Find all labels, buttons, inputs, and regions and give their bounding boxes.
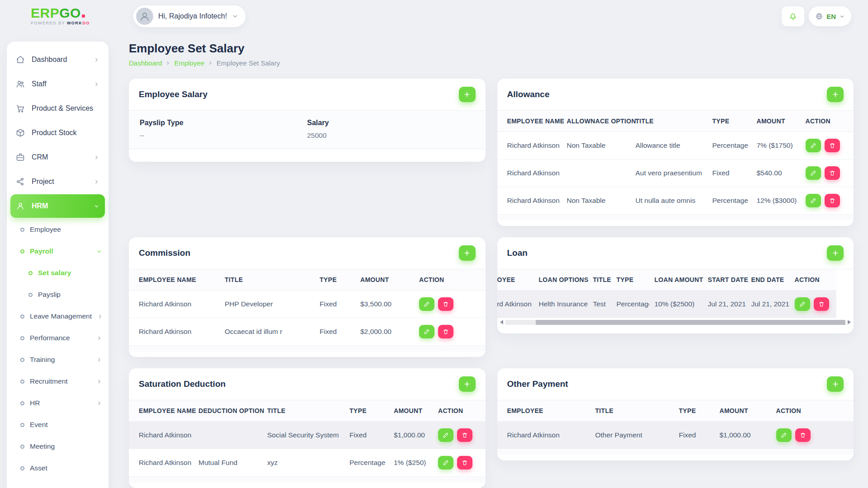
delete-button[interactable] — [825, 194, 840, 207]
sidebar-item-payslip[interactable]: Payslip — [7, 284, 108, 305]
scroll-left-arrow[interactable] — [500, 320, 503, 324]
column-header: TYPE — [674, 400, 714, 422]
saturation-deduction-table: EMPLOYEE NAME DEDUCTION OPTION TITLE TYP… — [129, 400, 486, 477]
add-allowance-button[interactable] — [827, 87, 844, 102]
sidebar-item-dashboard[interactable]: Dashboard — [10, 48, 105, 71]
sidebar-item-meeting[interactable]: Meeting — [7, 436, 108, 457]
sidebar-item-project[interactable]: Project — [10, 170, 105, 193]
edit-button[interactable] — [776, 428, 792, 442]
bullet-icon — [28, 293, 33, 297]
sidebar-item-employee[interactable]: Employee — [7, 219, 108, 240]
chevron-right-icon — [208, 61, 213, 66]
column-header: EMPLOYEE NAME — [129, 269, 219, 291]
brand-logo[interactable]: ERPGO Powered by WORKDO — [31, 6, 90, 25]
cell-type: Percentage — [707, 187, 751, 215]
cell-type: Fixed — [674, 422, 714, 449]
table-row: Richard Atkinson Non Taxable Ut nulla au… — [497, 187, 854, 215]
sidebar-item-label: Dashboard — [32, 56, 88, 64]
delete-button[interactable] — [457, 456, 472, 469]
salary-label: Salary — [307, 119, 474, 127]
column-header: ALLOWNACE OPTION — [561, 111, 630, 132]
language-selector[interactable]: EN — [809, 6, 851, 26]
breadcrumb-current: Employee Set Salary — [217, 59, 280, 67]
trash-icon — [800, 432, 806, 438]
column-header: EMPLOYEE — [497, 400, 590, 422]
loan-table-viewport[interactable]: EMPLOYEE LOAN OPTIONS TITLE TYPE LOAN AM… — [497, 269, 854, 318]
cell-amount: $1,000.00 — [388, 422, 433, 449]
edit-button[interactable] — [806, 194, 821, 207]
edit-button[interactable] — [438, 456, 453, 469]
tagline-prefix: Powered by — [31, 21, 65, 25]
edit-button[interactable] — [806, 166, 821, 180]
column-header: END DATE — [746, 269, 789, 291]
add-deduction-button[interactable] — [459, 376, 476, 392]
add-commission-button[interactable] — [459, 245, 476, 261]
sidebar-item-crm[interactable]: CRM — [10, 145, 105, 169]
plus-icon — [463, 380, 471, 388]
sidebar-item-event[interactable]: Event — [7, 414, 108, 436]
delete-button[interactable] — [457, 428, 472, 442]
cell-employee: Richard Atkinson — [497, 422, 590, 449]
cell-employee: Richard Atkinson — [129, 291, 219, 318]
sidebar-item-label: CRM — [32, 153, 88, 161]
other-payment-table: EMPLOYEE TITLE TYPE AMOUNT ACTION Richar… — [497, 400, 854, 449]
sidebar-item-product-services[interactable]: Product & Services — [10, 97, 105, 120]
column-header: TYPE — [611, 269, 649, 291]
column-header: TYPE — [707, 111, 751, 132]
scrollbar-track[interactable] — [505, 320, 846, 325]
column-header: TITLE — [590, 400, 674, 422]
cell-title: Ut nulla aute omnis — [630, 187, 707, 215]
cell-option — [193, 422, 262, 449]
scroll-right-arrow[interactable] — [848, 320, 851, 324]
edit-button[interactable] — [795, 297, 810, 311]
pencil-icon — [810, 170, 816, 176]
sidebar-item-staff[interactable]: Staff — [10, 72, 105, 96]
sidebar-item-training[interactable]: Training — [7, 349, 108, 371]
delete-button[interactable] — [825, 166, 840, 180]
delete-button[interactable] — [438, 297, 453, 311]
trash-icon — [829, 142, 835, 149]
page-title: Employee Set Salary — [129, 42, 854, 56]
horizontal-scrollbar[interactable] — [497, 319, 854, 325]
delete-button[interactable] — [795, 428, 811, 442]
delete-button[interactable] — [825, 139, 840, 152]
sidebar-item-set-salary[interactable]: Set salary — [7, 262, 108, 284]
loan-card: Loan EMPLOYEE LOAN OPTIONS TITLE TYPE LO… — [497, 237, 854, 333]
cell-type: Fixed — [314, 318, 355, 346]
sidebar-item-label: Asset — [30, 464, 102, 472]
breadcrumb-dashboard[interactable]: Dashboard — [129, 59, 162, 67]
bullet-icon — [20, 314, 24, 319]
commission-table: EMPLOYEE NAME TITLE TYPE AMOUNT ACTION R… — [129, 269, 486, 346]
sidebar-item-label: Payslip — [38, 291, 102, 299]
scrollbar-thumb[interactable] — [536, 320, 845, 325]
edit-button[interactable] — [419, 325, 434, 338]
allowance-table: EMPLOYEE NAME ALLOWNACE OPTION TITLE TYP… — [497, 111, 854, 215]
sidebar-item-leave-management[interactable]: Leave Management — [7, 305, 108, 327]
notification-button[interactable] — [782, 6, 804, 26]
delete-button[interactable] — [438, 325, 453, 338]
add-loan-button[interactable] — [827, 245, 844, 261]
sidebar-item-hr[interactable]: HR — [7, 392, 108, 414]
delete-button[interactable] — [814, 297, 829, 311]
column-header: TITLE — [219, 269, 314, 291]
edit-button[interactable] — [438, 428, 453, 442]
column-header: AMOUNT — [355, 269, 414, 291]
edit-button[interactable] — [419, 297, 434, 311]
pencil-icon — [443, 432, 449, 438]
sidebar-item-recruitment[interactable]: Recruitment — [7, 371, 108, 392]
user-menu[interactable]: Hi, Rajodiya Infotech! — [133, 5, 245, 27]
sidebar-item-payroll[interactable]: Payroll — [7, 240, 108, 262]
chevron-down-icon — [232, 13, 238, 19]
add-other-payment-button[interactable] — [827, 376, 844, 392]
tagline-work: WORK — [67, 21, 83, 25]
breadcrumb-employee[interactable]: Employee — [174, 59, 204, 67]
cell-option — [561, 160, 630, 187]
chevron-down-icon — [94, 203, 99, 209]
add-salary-button[interactable] — [459, 87, 476, 102]
sidebar-item-hrm[interactable]: HRM — [10, 194, 105, 218]
sidebar-item-performance[interactable]: Performance — [7, 327, 108, 349]
sidebar-item-product-stock[interactable]: Product Stock — [10, 121, 105, 145]
cell-title: Social Security System — [262, 422, 344, 449]
edit-button[interactable] — [806, 139, 821, 152]
sidebar-item-asset[interactable]: Asset — [7, 457, 108, 479]
